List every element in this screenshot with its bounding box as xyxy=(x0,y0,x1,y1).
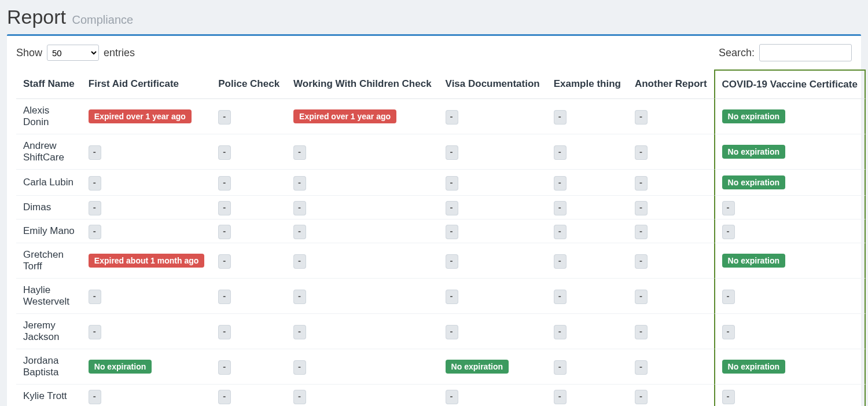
table-row: Gretchen TorffExpired about 1 month ago-… xyxy=(16,243,866,279)
column-header[interactable]: Working With Children Check xyxy=(286,70,439,99)
status-cell: - xyxy=(211,170,286,196)
status-cell: - xyxy=(628,134,714,170)
status-cell: - xyxy=(286,385,439,406)
status-badge: - xyxy=(446,110,458,125)
status-badge: - xyxy=(89,225,101,239)
table-row: Jeremy Jackson------- xyxy=(16,314,866,349)
status-badge: Expired over 1 year ago xyxy=(293,109,396,123)
status-badge: - xyxy=(635,254,648,269)
status-badge: - xyxy=(218,254,231,269)
page-header: Report Compliance xyxy=(7,6,861,28)
status-cell: - xyxy=(714,279,866,314)
status-badge: Expired about 1 month ago xyxy=(89,254,204,268)
table-row: Emily Mano------- xyxy=(16,220,866,243)
column-header[interactable]: First Aid Certificate xyxy=(82,70,211,99)
status-cell: - xyxy=(211,349,286,385)
status-cell: - xyxy=(714,385,866,406)
status-cell: No expiration xyxy=(714,99,866,134)
status-badge: - xyxy=(554,225,567,239)
status-cell: - xyxy=(286,196,439,220)
status-cell: - xyxy=(628,279,714,314)
column-header[interactable]: COVID-19 Vaccine Certificate xyxy=(714,70,866,99)
status-badge: - xyxy=(554,110,567,125)
status-cell: - xyxy=(82,314,211,349)
status-badge: No expiration xyxy=(722,360,785,374)
status-cell: Expired over 1 year ago xyxy=(286,99,439,134)
status-cell: - xyxy=(547,99,628,134)
staff-name-cell[interactable]: Emily Mano xyxy=(16,220,82,243)
column-header[interactable]: Visa Documentation xyxy=(439,70,547,99)
page-size-select[interactable]: 102550100 xyxy=(47,45,99,61)
status-cell: - xyxy=(547,279,628,314)
staff-name-cell[interactable]: Haylie Westervelt xyxy=(16,279,82,314)
column-header[interactable]: Staff Name xyxy=(16,70,82,99)
column-header[interactable]: Another Report xyxy=(628,70,714,99)
status-cell: - xyxy=(82,279,211,314)
compliance-table: Staff NameFirst Aid CertificatePolice Ch… xyxy=(16,70,866,406)
status-cell: - xyxy=(547,196,628,220)
status-cell: - xyxy=(628,220,714,243)
status-badge: - xyxy=(446,201,458,215)
staff-name-cell[interactable]: Carla Lubin xyxy=(16,170,82,196)
status-badge: - xyxy=(293,176,306,191)
table-row: Dimas------- xyxy=(16,196,866,220)
staff-name-cell[interactable]: Dimas xyxy=(16,196,82,220)
page-size-control: Show 102550100 entries xyxy=(16,45,135,61)
status-badge: - xyxy=(635,390,648,404)
status-cell: No expiration xyxy=(439,349,547,385)
status-cell: - xyxy=(439,196,547,220)
status-cell: - xyxy=(714,196,866,220)
status-cell: - xyxy=(439,134,547,170)
staff-name-cell[interactable]: Kylie Trott xyxy=(16,385,82,406)
status-badge: - xyxy=(446,290,458,304)
status-badge: - xyxy=(218,360,231,375)
status-cell: - xyxy=(439,385,547,406)
status-badge: - xyxy=(446,176,458,191)
staff-name-cell[interactable]: Jordana Baptista xyxy=(16,349,82,385)
status-cell: - xyxy=(628,385,714,406)
status-cell: No expiration xyxy=(714,349,866,385)
status-cell: - xyxy=(439,243,547,279)
status-badge: - xyxy=(89,325,101,339)
status-cell: - xyxy=(286,349,439,385)
status-badge: - xyxy=(218,225,231,239)
column-header[interactable]: Example thing xyxy=(547,70,628,99)
status-cell: - xyxy=(82,134,211,170)
status-badge: - xyxy=(446,390,458,404)
table-row: Carla Lubin------No expiration xyxy=(16,170,866,196)
status-cell: - xyxy=(211,314,286,349)
status-badge: - xyxy=(635,145,648,160)
status-badge: - xyxy=(293,145,306,160)
panel-body: Show 102550100 entries Search: Staff Nam… xyxy=(7,36,861,406)
status-badge: No expiration xyxy=(722,109,785,123)
status-cell: - xyxy=(439,279,547,314)
status-cell: No expiration xyxy=(714,134,866,170)
column-header[interactable]: Police Check xyxy=(211,70,286,99)
status-badge: - xyxy=(635,201,648,215)
status-badge: - xyxy=(218,325,231,339)
search-input[interactable] xyxy=(759,44,852,61)
staff-name-cell[interactable]: Gretchen Torff xyxy=(16,243,82,279)
status-badge: - xyxy=(89,201,101,215)
page-subtitle: Compliance xyxy=(72,13,134,26)
status-cell: - xyxy=(628,99,714,134)
status-badge: No expiration xyxy=(89,360,152,374)
status-cell: - xyxy=(211,243,286,279)
status-badge: - xyxy=(218,201,231,215)
status-cell: - xyxy=(211,99,286,134)
status-badge: - xyxy=(635,360,648,375)
status-cell: - xyxy=(439,170,547,196)
status-cell: - xyxy=(439,314,547,349)
status-badge: - xyxy=(554,254,567,269)
staff-name-cell[interactable]: Jeremy Jackson xyxy=(16,314,82,349)
staff-name-cell[interactable]: Andrew ShiftCare xyxy=(16,134,82,170)
status-badge: - xyxy=(722,390,735,404)
status-cell: Expired about 1 month ago xyxy=(82,243,211,279)
status-cell: - xyxy=(286,243,439,279)
staff-name-cell[interactable]: Alexis Donin xyxy=(16,99,82,134)
status-cell: - xyxy=(211,279,286,314)
status-cell: - xyxy=(439,99,547,134)
status-badge: - xyxy=(635,110,648,125)
status-cell: No expiration xyxy=(714,243,866,279)
status-badge: - xyxy=(722,201,735,215)
